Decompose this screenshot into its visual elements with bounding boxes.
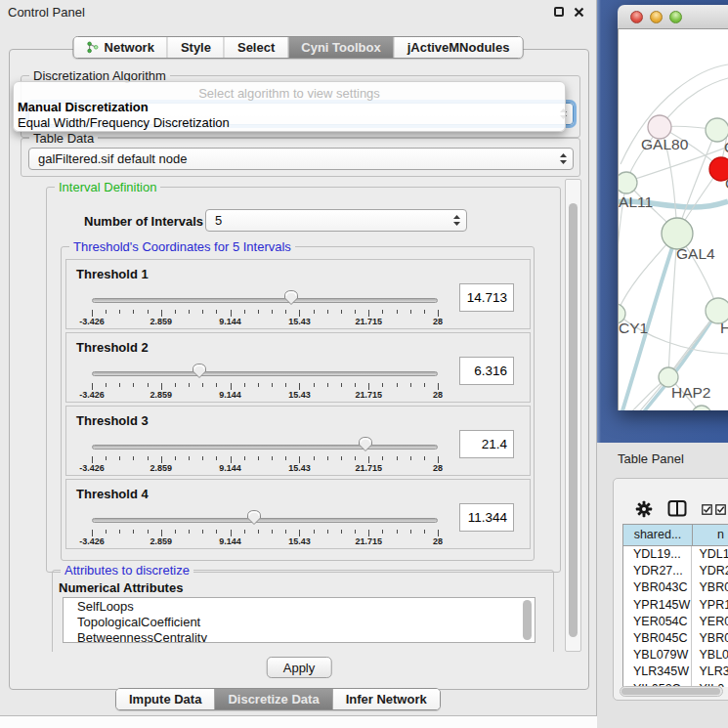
tab-jactivemnodules[interactable]: jActiveMNodules xyxy=(395,37,523,58)
threshold-value-field[interactable]: 21.4 xyxy=(459,430,514,458)
threshold-slider[interactable]: -3.4262.8599.14415.4321.71528 xyxy=(92,364,438,400)
table-data-combobox[interactable]: galFiltered.sif default node xyxy=(28,148,574,170)
horizontal-scrollbar-thumb[interactable] xyxy=(621,688,720,695)
apply-button[interactable]: Apply xyxy=(267,657,332,678)
table-cell[interactable]: YBR043C xyxy=(623,579,692,596)
control-panel-titlebar: Control Panel xyxy=(0,0,596,23)
vertical-scrollbar[interactable] xyxy=(565,179,581,652)
slider-track[interactable] xyxy=(92,518,438,523)
tick-label: 9.144 xyxy=(206,463,255,473)
checkbox-icon[interactable] xyxy=(702,504,712,515)
number-of-intervals-combobox[interactable]: 5 xyxy=(205,209,467,232)
table-row[interactable]: YDR27...YDR2 xyxy=(623,563,728,579)
table-cell[interactable]: YBL079W xyxy=(623,647,692,664)
table-cell[interactable]: YBR045C xyxy=(623,630,692,647)
slider-thumb[interactable] xyxy=(192,363,207,383)
threshold-slider[interactable]: -3.4262.8599.14415.4321.71528 xyxy=(92,291,438,326)
tick-mark xyxy=(161,383,162,390)
table-row[interactable]: YBR043CYBR0 xyxy=(623,579,728,596)
tab-discretize-data[interactable]: Discretize Data xyxy=(215,689,332,709)
table-cell[interactable]: YLR345W xyxy=(623,664,692,680)
attributes-group-title: Attributes to discretize xyxy=(61,563,193,578)
table-cell[interactable]: YLR3 xyxy=(692,664,728,680)
table-cell[interactable]: YBR0 xyxy=(692,579,728,596)
table-cell[interactable]: YER0 xyxy=(692,614,728,630)
tab-impute-data[interactable]: Impute Data xyxy=(116,689,215,709)
number-of-intervals-value: 5 xyxy=(215,213,222,228)
tick-mark xyxy=(244,530,245,534)
minimize-traffic-light-icon[interactable] xyxy=(650,11,663,23)
tab-network[interactable]: Network xyxy=(74,37,168,58)
table-cell[interactable]: YDL19... xyxy=(623,546,692,563)
tick-mark xyxy=(424,530,425,534)
table-column-header[interactable]: n xyxy=(692,524,728,546)
attribute-list-item[interactable]: TopologicalCoefficient xyxy=(64,615,535,629)
table-cell[interactable]: YBR0 xyxy=(692,630,728,647)
tick-label: 28 xyxy=(413,317,462,326)
tick-mark xyxy=(161,456,162,463)
threshold-slider[interactable]: -3.4262.8599.14415.4321.71528 xyxy=(92,511,438,546)
vertical-scrollbar-thumb[interactable] xyxy=(569,203,578,637)
tick-mark xyxy=(161,310,162,317)
table-row[interactable]: YPR145WYPR1 xyxy=(623,597,728,614)
threshold-value-field[interactable]: 11.344 xyxy=(459,503,514,532)
network-canvas[interactable]: GAL80GCGAL11GAL4GCY1HHAP2 xyxy=(618,29,728,410)
tick-label: 21.715 xyxy=(344,390,393,400)
gear-icon[interactable] xyxy=(635,500,653,518)
algorithm-option-equal-width-frequency[interactable]: Equal Width/Frequency Discretization xyxy=(18,115,555,130)
tick-mark xyxy=(397,456,398,460)
network-node-gal11[interactable] xyxy=(619,172,637,193)
tab-select[interactable]: Select xyxy=(225,37,288,58)
table-row[interactable]: YBL079WYBL0 xyxy=(623,647,728,664)
tick-mark xyxy=(92,383,93,390)
split-columns-icon[interactable] xyxy=(667,499,687,518)
table-row[interactable]: YLR345WYLR3 xyxy=(623,664,728,680)
table-cell[interactable]: YDL1 xyxy=(692,546,728,563)
attribute-list-item[interactable]: BetweennessCentrality xyxy=(64,630,535,643)
slider-track[interactable] xyxy=(92,298,438,303)
network-node-label: GCY1 xyxy=(619,320,648,336)
zoom-traffic-light-icon[interactable] xyxy=(669,11,682,23)
slider-track[interactable] xyxy=(92,371,438,376)
numerical-attributes-list[interactable]: SelfLoopsTopologicalCoefficientBetweenne… xyxy=(63,597,535,643)
slider-track[interactable] xyxy=(92,445,438,450)
table-row[interactable]: YDL19...YDL1 xyxy=(623,546,728,563)
table-cell[interactable]: YER054C xyxy=(623,614,692,630)
tick-label: 9.144 xyxy=(206,317,255,326)
table-cell[interactable]: YPR145W xyxy=(623,597,692,614)
tick-mark xyxy=(133,456,134,460)
tick-mark xyxy=(410,310,411,314)
table-row[interactable]: YER054CYER0 xyxy=(623,614,728,630)
table-cell[interactable]: YDR2 xyxy=(692,563,728,579)
table-cell[interactable]: YDR27... xyxy=(623,563,692,579)
tab-style[interactable]: Style xyxy=(168,37,225,58)
attribute-list-item[interactable]: SelfLoops xyxy=(64,599,535,614)
table-row[interactable]: YBR045CYBR0 xyxy=(623,630,728,647)
close-icon[interactable] xyxy=(574,7,584,18)
slider-thumb[interactable] xyxy=(246,509,262,530)
tab-cyni-toolbox[interactable]: Cyni Toolbox xyxy=(288,37,394,58)
tick-mark xyxy=(258,456,259,460)
close-traffic-light-icon[interactable] xyxy=(630,11,643,23)
slider-thumb[interactable] xyxy=(283,289,299,310)
threshold-slider[interactable]: -3.4262.8599.14415.4321.71528 xyxy=(92,438,438,473)
tick-mark xyxy=(397,530,398,534)
algorithm-option-manual-discretization[interactable]: Manual Discretization xyxy=(18,100,555,114)
tick-label: -3.426 xyxy=(67,390,116,400)
tab-infer-network[interactable]: Infer Network xyxy=(333,689,440,709)
float-window-icon[interactable] xyxy=(554,7,564,17)
tick-mark xyxy=(202,310,203,314)
slider-thumb[interactable] xyxy=(358,436,373,456)
table-column-header[interactable]: shared... xyxy=(622,524,692,546)
tick-mark xyxy=(299,456,300,463)
table-cell[interactable]: YBL0 xyxy=(692,647,728,664)
checkbox-icon[interactable] xyxy=(715,504,726,515)
threshold-value-field[interactable]: 6.316 xyxy=(459,357,514,385)
tab-label: Impute Data xyxy=(129,692,201,707)
threshold-value-field[interactable]: 14.713 xyxy=(459,283,514,312)
tick-mark xyxy=(106,530,107,534)
tick-label: 21.715 xyxy=(344,317,393,326)
table-cell[interactable]: YPR1 xyxy=(692,597,728,614)
network-window-titlebar[interactable] xyxy=(618,5,728,29)
horizontal-scrollbar[interactable] xyxy=(620,686,723,697)
